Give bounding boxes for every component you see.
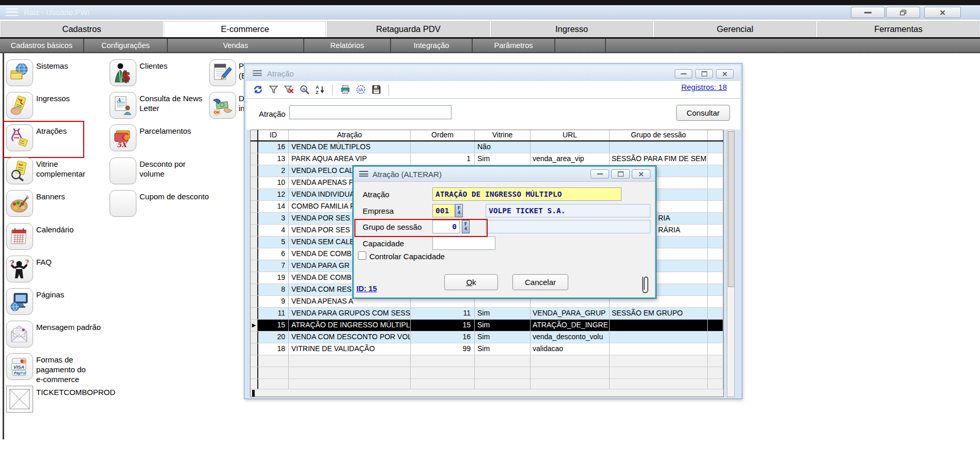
cell[interactable]: 2 <box>258 165 289 177</box>
tab-ferramentas[interactable]: Ferramentas <box>817 21 979 38</box>
submenu-parametros[interactable]: Parâmetros <box>473 39 555 52</box>
money-hands-icon[interactable]: OK <box>209 92 236 119</box>
cell[interactable]: VENDA COM DESCONTO POR VOLU <box>289 331 411 343</box>
question-person-icon[interactable]: ?? <box>6 256 33 282</box>
capacidade-input[interactable] <box>432 236 495 250</box>
cell[interactable]: venda_area_vip <box>531 153 610 165</box>
refresh-icon[interactable] <box>253 85 263 95</box>
sidebar-item-label[interactable]: FAQ <box>36 257 108 267</box>
atracao-input[interactable] <box>432 187 621 201</box>
filter-icon[interactable] <box>268 85 278 95</box>
sidebar-item-label[interactable]: Mensagem padrão <box>36 322 108 332</box>
tab-retaguarda-pdv[interactable]: Retaguarda PDV <box>327 21 489 38</box>
dialog-maximize-button[interactable] <box>611 169 630 179</box>
client-dollar-icon[interactable]: $ <box>110 59 136 86</box>
sidebar-item-label[interactable]: Atrações <box>36 126 108 136</box>
window-maximize-button[interactable] <box>695 69 713 78</box>
ok-button[interactable]: Ok <box>444 274 498 290</box>
order-pencil-icon[interactable] <box>209 59 236 86</box>
cell[interactable]: 12 <box>258 189 289 200</box>
cell[interactable]: VENDA_PARA_GRUP <box>531 308 610 319</box>
controlar-capacidade-checkbox[interactable] <box>358 251 366 260</box>
dialog-titlebar[interactable]: Atração (ALTERAR) ✕ <box>354 167 655 182</box>
hamburger-menu-icon[interactable] <box>6 8 18 16</box>
submenu-vendas[interactable]: Vendas <box>168 39 304 52</box>
zoom-next-icon[interactable]: n <box>299 85 309 95</box>
cell[interactable]: Não <box>475 141 531 153</box>
dialog-minimize-button[interactable] <box>590 169 609 179</box>
tab-ingresso[interactable]: Ingresso <box>491 21 653 38</box>
grid-vertical-scrollbar[interactable] <box>727 130 735 397</box>
cell[interactable]: 4 <box>258 225 289 236</box>
atracao-window-titlebar[interactable]: Atração ✕ <box>246 66 740 81</box>
cell[interactable]: 1 <box>411 153 475 165</box>
cell[interactable] <box>411 141 475 153</box>
cell[interactable]: 5 <box>258 236 289 248</box>
table-row[interactable]: 16VENDA DE MÚLTIPLOSNão <box>251 141 723 153</box>
cell[interactable]: Sim <box>475 153 531 165</box>
grid-column-header[interactable]: Grupo de sessão <box>610 130 708 140</box>
tab-gerencial[interactable]: Gerencial <box>654 21 816 38</box>
cell[interactable]: 16 <box>411 331 475 343</box>
ticket-magnifier-icon[interactable] <box>6 157 33 184</box>
sidebar-item-label[interactable]: Calendário <box>36 225 108 234</box>
table-row[interactable]: 20VENDA COM DESCONTO POR VOLU16Simvenda_… <box>251 331 723 343</box>
cell[interactable] <box>610 343 708 355</box>
submenu-integracao[interactable]: Integração <box>391 39 473 52</box>
cards-5x-icon[interactable]: 5X <box>110 124 136 151</box>
cell[interactable]: 15 <box>411 320 475 331</box>
empresa-f4-lookup-button[interactable]: F4 <box>455 204 463 217</box>
app-restore-button[interactable] <box>886 7 920 18</box>
sidebar-item-label[interactable]: TICKETCOMBOPROD <box>36 387 108 397</box>
grid-column-header[interactable]: Ordem <box>411 130 475 140</box>
submenu-cadastros-basicos[interactable]: Cadastros básicos <box>0 39 84 52</box>
window-minimize-button[interactable] <box>675 69 692 78</box>
globe-folder-icon[interactable] <box>6 59 33 86</box>
cell[interactable]: VITRINE DE VALIDAÇÃO <box>289 343 411 355</box>
newsletter-icon[interactable]: A <box>110 92 136 119</box>
grupo-f4-lookup-button[interactable]: F4 <box>462 220 470 233</box>
app-close-button[interactable]: ✕ <box>924 7 961 18</box>
table-row[interactable]: 18VITRINE DE VALIDAÇÃO99Simvalidacao <box>251 343 723 355</box>
cell[interactable]: 3 <box>258 213 289 224</box>
ia-icon[interactable]: IA <box>355 85 366 95</box>
window-close-button[interactable]: ✕ <box>716 69 734 78</box>
cell[interactable]: 8 <box>258 284 289 295</box>
boxes-dollar-icon[interactable] <box>110 157 136 184</box>
sidebar-item-label[interactable]: Parcelamentos <box>139 126 222 136</box>
cell[interactable]: 99 <box>411 343 475 355</box>
dialog-menu-icon[interactable] <box>359 171 368 177</box>
cell[interactable]: PARK AQUA AREA VIP <box>289 153 411 165</box>
cell[interactable]: VENDA DE MÚLTIPLOS <box>289 141 411 153</box>
hand-ticket-icon[interactable] <box>6 92 33 119</box>
sidebar-item-label[interactable]: Páginas <box>36 290 108 299</box>
cell[interactable]: SESSÃO PARA FIM DE SEM <box>610 153 708 165</box>
cell[interactable]: venda_desconto_volu <box>531 331 610 343</box>
cell[interactable]: 18 <box>258 343 289 355</box>
sort-az-icon[interactable]: AZ <box>315 85 325 95</box>
clear-filter-icon[interactable] <box>284 85 294 95</box>
tab-cadastros[interactable]: Cadastros <box>1 21 163 38</box>
grid-column-header[interactable]: Atração <box>289 130 411 140</box>
sidebar-item-label[interactable]: Sistemas <box>36 61 108 71</box>
dialog-close-button[interactable]: ✕ <box>632 169 650 179</box>
envelope-icon[interactable] <box>6 321 33 348</box>
app-minimize-button[interactable] <box>851 7 885 18</box>
palette-icon[interactable] <box>6 190 33 217</box>
consultar-button[interactable]: Consultar <box>676 105 730 121</box>
sidebar-item-label[interactable]: Formas de pagamento do e-commerce <box>36 355 108 384</box>
cell[interactable]: 19 <box>258 272 289 283</box>
sidebar-item-label[interactable]: Banners <box>36 192 108 201</box>
grupo-sessao-input[interactable] <box>432 220 460 233</box>
grid-column-header[interactable]: URL <box>531 130 610 140</box>
sidebar-item-label[interactable]: Vitrine complementar <box>36 159 108 179</box>
cell[interactable]: 20 <box>258 331 289 343</box>
cell[interactable]: 10 <box>258 177 289 188</box>
table-row[interactable]: 11VENDA PARA GRUPOS COM SESSÃ11SimVENDA_… <box>251 308 723 320</box>
payment-cards-icon[interactable]: VISAPayPal <box>6 353 33 380</box>
cell[interactable]: 11 <box>258 308 289 319</box>
cell[interactable]: VENDA PARA GRUPOS COM SESSÃ <box>289 308 411 319</box>
dna-ticket-icon[interactable] <box>6 124 33 151</box>
cell[interactable]: 15 <box>258 320 289 331</box>
cell[interactable]: SESSÃO EM GRUPO <box>610 308 708 319</box>
